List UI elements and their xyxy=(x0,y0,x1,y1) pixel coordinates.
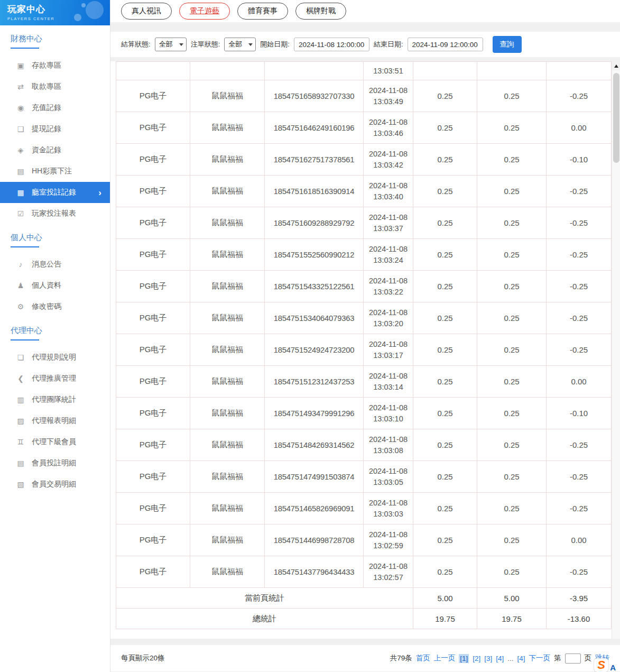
cell-valid-amount: 0.25 xyxy=(477,366,547,398)
sidebar-item-recharge-records[interactable]: ◉充值記錄 xyxy=(0,97,110,118)
scrollbar-thumb[interactable] xyxy=(613,73,619,163)
sidebar-item-deposit-zone[interactable]: ▣存款專區 xyxy=(0,55,110,76)
table-row: PG电子鼠鼠福福18547514658269690912024-11-0813:… xyxy=(116,493,612,524)
cell-bet-amount: 0.25 xyxy=(413,112,477,144)
table-scrollbar[interactable] xyxy=(612,61,620,639)
agent-rules-icon: ❏ xyxy=(16,353,25,362)
agent-promotion-icon: ❮ xyxy=(16,374,25,383)
sidebar-item-withdraw-zone[interactable]: ⇄取款專區 xyxy=(0,76,110,97)
sidebar-item-player-bet-report[interactable]: ☑玩家投注報表 xyxy=(0,203,110,224)
cell-bet-id: 1854751658932707330 xyxy=(265,80,364,112)
tab-electronic-games[interactable]: 電子遊藝 xyxy=(179,3,230,20)
ime-indicator[interactable]: S A xyxy=(594,658,616,672)
cell-bet-id: 1854751552560990212 xyxy=(265,239,364,271)
cell-valid-amount: 0.25 xyxy=(477,398,547,429)
sidebar-item-room-bet-records[interactable]: ▦廳室投註記錄› xyxy=(0,182,110,203)
sidebar-item-agent-promotion[interactable]: ❮代理推廣管理 xyxy=(0,368,110,389)
sidebar-item-member-transactions[interactable]: ▧會員交易明細 xyxy=(0,474,110,495)
cell-valid-amount: 0.25 xyxy=(477,524,547,556)
bet-time: 13:02:59 xyxy=(364,540,413,551)
settle-status-select[interactable]: 全部 xyxy=(155,38,187,51)
tab-sports-events[interactable]: 體育賽事 xyxy=(237,3,288,20)
cell-game: 鼠鼠福福 xyxy=(190,239,265,271)
cell-game: 鼠鼠福福 xyxy=(190,144,265,176)
page-link-1[interactable]: [1] xyxy=(459,654,469,663)
cell-win-loss: -0.25 xyxy=(547,429,612,461)
sidebar-item-agent-team-stats[interactable]: ▥代理團隊統計 xyxy=(0,389,110,410)
bet-status-value: 全部 xyxy=(228,40,242,49)
cell-provider: PG电子 xyxy=(116,271,190,302)
bet-records-table: 13:03:51PG电子鼠鼠福福18547516589327073302024-… xyxy=(116,61,612,629)
settle-status-value: 全部 xyxy=(159,40,173,49)
cell-bet-time: 2024-11-0813:03:20 xyxy=(364,302,413,334)
start-date-input[interactable] xyxy=(294,38,369,51)
sidebar-item-funds-records[interactable]: ◈資金記錄 xyxy=(0,140,110,161)
prev-page-link[interactable]: 上一页 xyxy=(434,653,456,663)
player-bet-report-icon: ☑ xyxy=(16,209,25,218)
cell-bet-id: 1854751474991503874 xyxy=(265,461,364,493)
sidebar-item-label: 取款專區 xyxy=(32,82,61,91)
jump-page-input[interactable] xyxy=(565,653,581,664)
cell-provider: PG电子 xyxy=(116,429,190,461)
bet-status-select[interactable]: 全部 xyxy=(224,38,256,51)
tab-live-video[interactable]: 真人視訊 xyxy=(121,3,172,20)
cell-win-loss: -0.25 xyxy=(547,239,612,271)
cell-valid-amount: 0.25 xyxy=(477,429,547,461)
cell-bet-id: 1854751618516390914 xyxy=(265,176,364,207)
sidebar-item-withdrawal-records[interactable]: ❑提現記錄 xyxy=(0,118,110,140)
bet-date: 2024-11-08 xyxy=(364,149,413,160)
cell-provider: PG电子 xyxy=(116,207,190,239)
bet-date: 2024-11-08 xyxy=(364,561,413,572)
first-page-link[interactable]: 首页 xyxy=(416,653,430,663)
cell-win-loss: 0.00 xyxy=(547,524,612,556)
cell-bet-amount: 0.25 xyxy=(413,144,477,176)
cell-provider: PG电子 xyxy=(116,80,190,112)
cell-bet-time: 2024-11-0813:03:05 xyxy=(364,461,413,493)
change-password-icon: ⚙ xyxy=(16,302,25,311)
sidebar-item-label: 消息公告 xyxy=(32,260,61,269)
summary-current-row: 當前頁統計5.005.00-3.95 xyxy=(116,588,612,609)
cell-bet-id: 1854751609288929792 xyxy=(265,207,364,239)
jump-suffix: 页 xyxy=(585,653,592,663)
page-link-2[interactable]: [2] xyxy=(473,655,480,662)
sidebar-item-agent-report-details[interactable]: ▨代理報表明細 xyxy=(0,410,110,431)
cell-game xyxy=(190,62,265,80)
sogou-ime-icon[interactable]: S xyxy=(594,658,608,672)
end-date-input[interactable] xyxy=(408,38,483,51)
page-link-3[interactable]: [3] xyxy=(484,655,492,662)
sidebar-item-member-bet-details[interactable]: ▤會員投註明細 xyxy=(0,453,110,474)
sidebar-section-title: 代理中心 xyxy=(11,326,110,340)
scrollbar-up-button[interactable] xyxy=(612,61,620,70)
total-count: 共79条 xyxy=(390,653,412,663)
cell-bet-time: 2024-11-0813:02:57 xyxy=(364,556,413,588)
sidebar-item-change-password[interactable]: ⚙修改密碼 xyxy=(0,296,110,317)
cell-game: 鼠鼠福福 xyxy=(190,429,265,461)
cell-provider: PG电子 xyxy=(116,461,190,493)
sidebar-item-announcements[interactable]: ♪消息公告 xyxy=(0,254,110,275)
sidebar-item-agent-sub-members[interactable]: ♊代理下級會員 xyxy=(0,431,110,453)
sidebar-item-label: 個人資料 xyxy=(32,281,61,290)
cell-win-loss: -0.25 xyxy=(547,176,612,207)
cell-bet-time: 2024-11-0813:03:22 xyxy=(364,271,413,302)
next-page-link[interactable]: 下一页 xyxy=(529,653,551,663)
per-page-info: 每頁顯示20條 xyxy=(121,653,165,663)
agent-sub-members-icon: ♊ xyxy=(16,438,25,446)
bet-records-table-wrap: 13:03:51PG电子鼠鼠福福18547516589327073302024-… xyxy=(110,61,620,639)
last-page-link[interactable]: [4] xyxy=(517,655,525,662)
bet-time: 13:03:08 xyxy=(364,445,413,456)
cell-provider: PG电子 xyxy=(116,239,190,271)
bet-time: 13:03:03 xyxy=(364,509,413,520)
sidebar-item-agent-rules[interactable]: ❏代理規則說明 xyxy=(0,347,110,368)
sidebar-item-profile[interactable]: ♟個人資料 xyxy=(0,275,110,296)
page-link-4[interactable]: [4] xyxy=(496,655,504,662)
cell-bet-amount: 0.25 xyxy=(413,302,477,334)
sidebar-item-label: 代理規則說明 xyxy=(32,353,76,362)
search-button[interactable]: 查詢 xyxy=(493,36,522,53)
settle-status-label: 結算狀態: xyxy=(121,40,151,49)
sidebar-item-hh-lottery-bet[interactable]: ▤HH彩票下注 xyxy=(0,161,110,182)
cell-game: 鼠鼠福福 xyxy=(190,366,265,398)
table-row: PG电子鼠鼠福福18547515525609902122024-11-0813:… xyxy=(116,239,612,271)
ime-mode-indicator[interactable]: A xyxy=(610,663,616,672)
table-row: PG电子鼠鼠福福18547515249247232002024-11-0813:… xyxy=(116,334,612,366)
tab-board-games[interactable]: 棋牌對戰 xyxy=(295,3,346,20)
